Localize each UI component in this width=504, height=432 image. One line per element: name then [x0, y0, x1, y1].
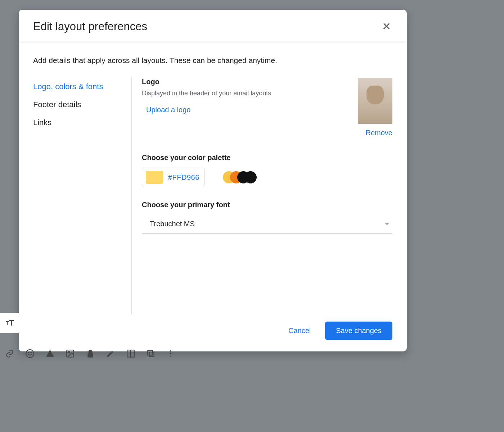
- font-selected-value: Trebuchet MS: [150, 220, 195, 228]
- dialog-title: Edit layout preferences: [33, 20, 147, 33]
- text-size-big: T: [9, 318, 14, 328]
- sidebar-item-logo-colors-fonts[interactable]: Logo, colors & fonts: [33, 78, 129, 96]
- link-icon[interactable]: [5, 349, 14, 358]
- layout-preferences-dialog: Edit layout preferences ✕ Add details th…: [19, 10, 407, 351]
- font-select[interactable]: Trebuchet MS: [142, 214, 392, 233]
- background-toolbar: ⋮: [5, 349, 174, 358]
- dialog-description: Add details that apply across all layout…: [33, 56, 392, 65]
- sidebar-item-links[interactable]: Links: [33, 114, 129, 132]
- save-changes-button[interactable]: Save changes: [325, 322, 392, 340]
- color-hex-value: #FFD966: [168, 173, 199, 182]
- palette-suggestions[interactable]: [223, 171, 257, 183]
- lock-icon[interactable]: [86, 349, 95, 358]
- main-panel: Logo Displayed in the header of your ema…: [132, 77, 392, 314]
- close-icon[interactable]: ✕: [381, 20, 392, 33]
- svg-point-4: [68, 351, 69, 353]
- color-swatch: [146, 171, 163, 184]
- cancel-button[interactable]: Cancel: [285, 322, 314, 339]
- image-icon[interactable]: [66, 349, 75, 358]
- sidebar: Logo, colors & fonts Footer details Link…: [33, 77, 132, 314]
- dialog-content-row: Logo, colors & fonts Footer details Link…: [33, 77, 392, 314]
- dialog-header: Edit layout preferences ✕: [19, 10, 407, 42]
- logo-section-subtitle: Displayed in the header of your email la…: [142, 90, 271, 97]
- svg-point-1: [28, 352, 29, 353]
- remove-logo-link[interactable]: Remove: [358, 129, 392, 137]
- more-icon[interactable]: ⋮: [166, 349, 174, 358]
- upload-logo-link[interactable]: Upload a logo: [146, 106, 271, 114]
- logo-section: Logo Displayed in the header of your ema…: [142, 78, 392, 137]
- sidebar-item-footer-details[interactable]: Footer details: [33, 96, 129, 114]
- text-size-small: T: [6, 320, 9, 326]
- svg-rect-8: [148, 350, 152, 355]
- svg-point-0: [26, 350, 34, 358]
- copy-icon[interactable]: [146, 349, 156, 358]
- palette-row: #FFD966: [142, 168, 392, 187]
- dialog-footer: Cancel Save changes: [19, 314, 407, 351]
- color-chip[interactable]: #FFD966: [142, 168, 205, 187]
- pen-icon[interactable]: [106, 349, 115, 358]
- text-size-chip[interactable]: TT: [0, 313, 20, 333]
- font-section-title: Choose your primary font: [142, 201, 392, 209]
- svg-point-2: [31, 352, 31, 353]
- emoji-icon[interactable]: [25, 349, 35, 358]
- logo-section-title: Logo: [142, 78, 271, 86]
- svg-rect-7: [149, 352, 154, 357]
- chevron-down-icon: [384, 223, 390, 225]
- drive-icon[interactable]: [45, 349, 55, 358]
- dialog-body: Add details that apply across all layout…: [19, 42, 407, 314]
- logo-section-left: Logo Displayed in the header of your ema…: [142, 78, 271, 114]
- logo-section-right: Remove: [358, 78, 392, 137]
- layout-icon[interactable]: [126, 349, 135, 358]
- palette-section-title: Choose your color palette: [142, 154, 392, 162]
- palette-swatch-4[interactable]: [244, 171, 257, 183]
- logo-thumbnail[interactable]: [358, 78, 392, 124]
